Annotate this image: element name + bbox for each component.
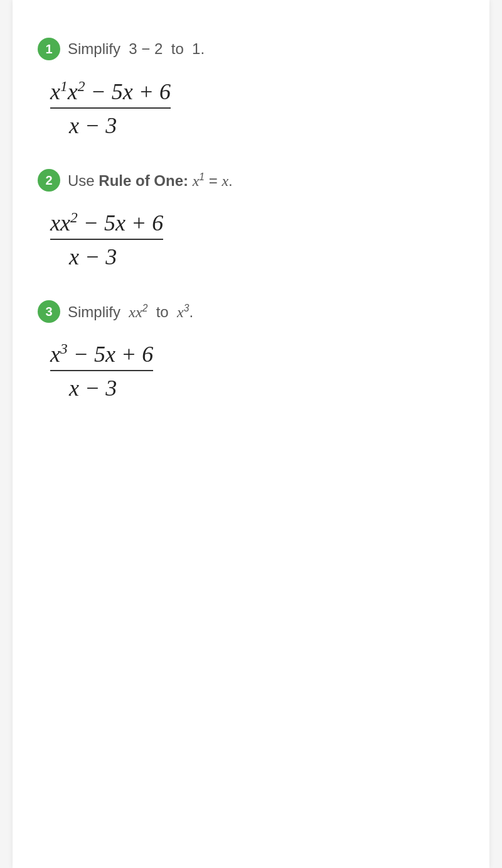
step-3-badge: 3 <box>38 300 60 323</box>
step-3: 3 Simplify xx2 to x3. x3 − 5x + 6 x − 3 <box>38 300 464 401</box>
step-2-badge: 2 <box>38 169 60 192</box>
main-page: 1 Simplify 3 − 2 to 1. x1x2 − 5x + 6 x −… <box>13 0 489 868</box>
step-2-header: 2 Use Rule of One: x1 = x. <box>38 169 464 192</box>
denominator-2: x − 3 <box>50 240 117 270</box>
step-2: 2 Use Rule of One: x1 = x. xx2 − 5x + 6 … <box>38 169 464 270</box>
fraction-3: x3 − 5x + 6 x − 3 <box>50 340 153 401</box>
step-3-description: Simplify xx2 to x3. <box>68 303 193 321</box>
numerator-3: x3 − 5x + 6 <box>50 340 153 371</box>
denominator-1: x − 3 <box>50 109 117 139</box>
numerator-1: x1x2 − 5x + 6 <box>50 78 171 109</box>
step-1-description: Simplify 3 − 2 to 1. <box>68 40 205 58</box>
fraction-2: xx2 − 5x + 6 x − 3 <box>50 209 163 270</box>
step-3-fraction: x3 − 5x + 6 x − 3 <box>50 340 464 401</box>
fraction-1: x1x2 − 5x + 6 x − 3 <box>50 78 171 139</box>
step-1-header: 1 Simplify 3 − 2 to 1. <box>38 38 464 60</box>
step-2-fraction: xx2 − 5x + 6 x − 3 <box>50 209 464 270</box>
step-1-badge: 1 <box>38 38 60 60</box>
denominator-3: x − 3 <box>50 371 117 401</box>
step-1: 1 Simplify 3 − 2 to 1. x1x2 − 5x + 6 x −… <box>38 38 464 139</box>
step-1-fraction: x1x2 − 5x + 6 x − 3 <box>50 78 464 139</box>
step-3-header: 3 Simplify xx2 to x3. <box>38 300 464 323</box>
step-2-description: Use Rule of One: x1 = x. <box>68 171 233 190</box>
numerator-2: xx2 − 5x + 6 <box>50 209 163 240</box>
